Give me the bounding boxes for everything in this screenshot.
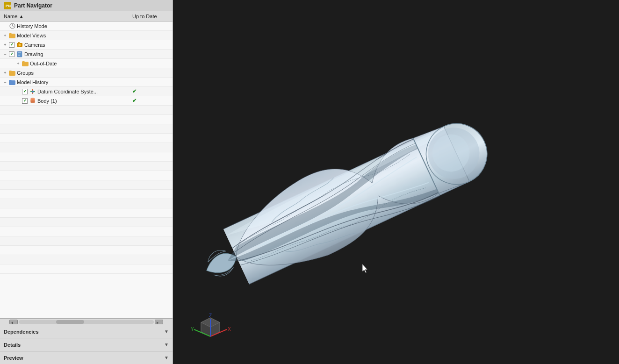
tree-row-cameras[interactable]: ✔ Cameras [0,40,173,50]
history-mode-label: History Mode [17,23,130,29]
tree-row-model-views[interactable]: Model Views [0,31,173,40]
empty-row-2 [0,115,173,124]
cameras-check: ✔ [8,42,15,48]
tree-row-groups[interactable]: Groups [0,68,173,78]
expander-model-views[interactable] [2,32,8,39]
cameras-label: Cameras [24,42,130,48]
datum-check: ✔ [22,88,28,95]
svg-text:Y: Y [191,327,194,332]
svg-text:PN: PN [6,4,11,8]
drawing-icon [16,51,23,57]
svg-point-17 [30,98,35,100]
tree-row-out-of-date[interactable]: Out-of-Date [0,59,173,68]
navigator-title-bar: PN Part Navigator [0,0,173,11]
preview-label: Preview [4,355,23,361]
body-1-label: Body (1) [37,98,130,104]
preview-arrow: ▼ [164,355,169,360]
tree-row-body-1[interactable]: ✔ Body (1) ✔ [0,96,173,106]
tree-row-drawing[interactable]: ✔ Drawing [0,50,173,59]
empty-row-13 [0,218,173,227]
svg-point-6 [19,44,21,46]
camera-icon [16,42,23,48]
empty-row-3 [0,124,173,134]
empty-row-14 [0,227,173,236]
empty-row-11 [0,199,173,208]
navigator-title-icon: PN [4,2,11,9]
scroll-right-btn[interactable] [155,320,163,324]
empty-row-7 [0,162,173,171]
svg-marker-18 [11,321,13,324]
horizontal-scrollbar[interactable] [0,318,173,325]
expander-out-of-date[interactable] [15,60,22,67]
expander-history-mode[interactable] [2,23,8,29]
expander-groups[interactable] [2,70,8,76]
part-navigator: PN Part Navigator Name ▲ Up to Date Hist… [0,0,173,364]
empty-row-18 [0,264,173,274]
body-1-status: ✔ [130,98,173,104]
groups-label: Groups [17,70,130,76]
empty-row-1 [0,106,173,115]
column-header: Name ▲ Up to Date [0,11,173,21]
details-label: Details [4,342,21,348]
col-name-header[interactable]: Name ▲ [0,14,130,19]
expander-cameras[interactable] [2,42,8,48]
empty-row-15 [0,236,173,246]
expander-model-history[interactable] [2,79,8,86]
datum-coord-label: Datum Coordinate Syste... [37,89,130,94]
col-status-header: Up to Date [130,14,173,19]
datum-icon [29,88,36,95]
tree-row-history-mode[interactable]: History Mode [0,21,173,31]
folder-yellow-icon [8,32,16,39]
empty-row-16 [0,246,173,255]
empty-row-9 [0,180,173,190]
details-arrow: ▼ [164,342,169,347]
empty-row-6 [0,152,173,162]
tree-row-datum-coord[interactable]: ✔ Datum Coordinate Syste... ✔ [0,87,173,96]
datum-coord-status: ✔ [130,88,173,94]
dependencies-arrow: ▼ [164,329,169,334]
svg-point-14 [32,91,34,93]
dependencies-panel[interactable]: Dependencies ▼ [0,325,173,338]
viewport-canvas[interactable]: X Y Z [173,0,619,364]
empty-row-17 [0,255,173,264]
body-check: ✔ [22,98,28,104]
drawing-check: ✔ [8,51,15,57]
expander-drawing[interactable] [2,51,8,57]
nav-tree: History Mode Model Views ✔ Cameras [0,21,173,318]
svg-marker-19 [157,321,158,324]
navigator-title-text: Part Navigator [14,2,52,9]
drawing-label: Drawing [24,51,130,57]
folder-outofdate-icon [22,60,29,67]
svg-rect-7 [18,42,20,43]
svg-text:X: X [228,327,231,332]
scrollbar-track[interactable] [19,320,154,324]
expander-datum[interactable] [15,88,22,95]
empty-row-10 [0,190,173,199]
empty-row-4 [0,134,173,143]
empty-row-5 [0,143,173,152]
out-of-date-label: Out-of-Date [30,61,130,66]
svg-line-4 [12,26,14,27]
preview-panel[interactable]: Preview ▼ [0,351,173,364]
body-icon [29,98,36,104]
folder-groups-icon [8,70,16,76]
details-panel[interactable]: Details ▼ [0,338,173,351]
expander-body[interactable] [15,98,22,104]
empty-row-8 [0,171,173,180]
scroll-left-btn[interactable] [9,320,18,324]
folder-blue-icon [8,79,16,86]
dependencies-label: Dependencies [4,329,39,335]
model-history-label: Model History [17,79,130,85]
clock-icon [8,23,16,29]
scrollbar-thumb[interactable] [56,320,84,324]
model-views-label: Model Views [17,33,130,38]
empty-row-12 [0,208,173,218]
svg-text:Z: Z [209,313,212,318]
svg-rect-8 [17,51,22,57]
tree-row-model-history[interactable]: Model History [0,78,173,87]
viewport-3d[interactable]: A ⊕ [173,0,619,364]
